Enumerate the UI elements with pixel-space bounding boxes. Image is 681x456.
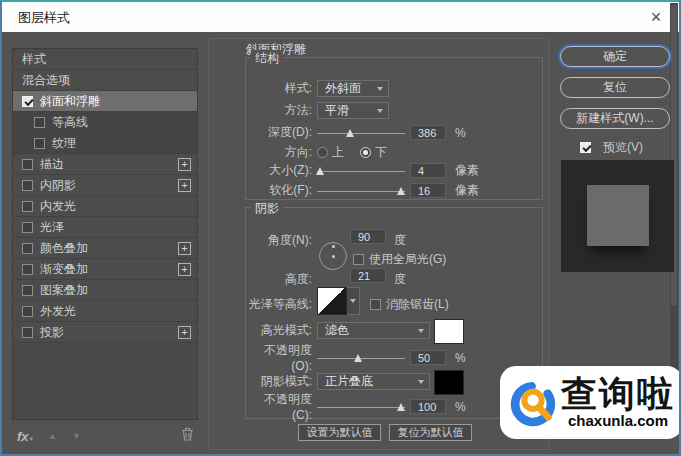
chevron-down-icon xyxy=(377,87,383,91)
direction-down-radio[interactable] xyxy=(360,147,371,158)
style-list-item[interactable]: 样式 xyxy=(13,49,197,70)
soften-input[interactable] xyxy=(410,183,446,198)
depth-unit: % xyxy=(455,126,466,140)
shadow-mode-row: 阴影模式: 正片叠底 xyxy=(250,373,540,390)
direction-up-label: 上 xyxy=(332,144,344,161)
bevel-style-select[interactable]: 外斜面 xyxy=(317,80,389,97)
slider-thumb-icon[interactable] xyxy=(397,187,405,195)
chevron-down-icon xyxy=(350,299,356,303)
style-list-item[interactable]: 等高线 xyxy=(13,112,197,133)
global-light-row: 使用全局光(G) xyxy=(353,251,446,268)
item-checkbox[interactable] xyxy=(22,222,33,233)
depth-input[interactable] xyxy=(410,125,446,140)
gloss-contour-swatch[interactable] xyxy=(317,287,347,315)
shadow-mode-select[interactable]: 正片叠底 xyxy=(317,373,430,390)
depth-slider[interactable] xyxy=(317,126,405,140)
style-list-item[interactable]: 纹理 xyxy=(13,133,197,154)
plus-icon[interactable]: + xyxy=(178,326,191,339)
slider-thumb-icon[interactable] xyxy=(354,354,362,362)
shadow-opacity-input[interactable] xyxy=(410,399,446,414)
highlight-color-swatch[interactable] xyxy=(434,319,464,344)
item-label: 颜色叠加 xyxy=(40,240,88,257)
item-checkbox[interactable] xyxy=(22,264,33,275)
shadow-color-swatch[interactable] xyxy=(434,370,464,395)
altitude-unit: 度 xyxy=(394,271,406,288)
style-list-item[interactable]: 渐变叠加+ xyxy=(13,259,197,280)
close-icon[interactable]: × xyxy=(643,4,669,30)
style-list-item[interactable]: 斜面和浮雕 xyxy=(13,91,197,112)
size-input[interactable] xyxy=(410,163,446,178)
shadow-opacity-row: 不透明度(C): % xyxy=(250,398,540,415)
ok-button[interactable]: 确定 xyxy=(560,46,670,67)
item-checkbox[interactable] xyxy=(22,159,33,170)
highlight-mode-select[interactable]: 滤色 xyxy=(317,322,430,339)
plus-icon[interactable]: + xyxy=(178,158,191,171)
angle-unit: 度 xyxy=(394,232,406,249)
reset-button[interactable]: 复位 xyxy=(560,77,670,98)
slider-thumb-icon[interactable] xyxy=(346,129,354,137)
bevel-style-value: 外斜面 xyxy=(325,80,361,97)
shadow-opacity-slider[interactable] xyxy=(317,400,405,414)
global-light-label: 使用全局光(G) xyxy=(369,251,446,268)
preview-checkbox[interactable] xyxy=(580,142,591,153)
set-default-button[interactable]: 设置为默认值 xyxy=(298,424,381,441)
item-checkbox[interactable] xyxy=(34,138,45,149)
plus-icon[interactable]: + xyxy=(178,179,191,192)
style-list-item[interactable]: 光泽 xyxy=(13,217,197,238)
fx-menu-button[interactable]: fx xyxy=(17,429,29,444)
angle-dial[interactable] xyxy=(319,242,347,270)
item-checkbox[interactable] xyxy=(22,306,33,317)
chaxunla-logo-icon xyxy=(507,377,559,429)
move-up-icon[interactable]: ▲ xyxy=(48,431,57,441)
altitude-label: 高度: xyxy=(246,271,312,288)
highlight-opacity-slider[interactable] xyxy=(317,351,405,365)
watermark-domain: chaxunla.com xyxy=(568,413,668,429)
size-slider[interactable] xyxy=(317,164,405,178)
highlight-opacity-input[interactable] xyxy=(410,350,446,365)
method-label: 方法: xyxy=(250,102,312,119)
titlebar: 图层样式 × xyxy=(2,2,679,32)
reset-default-button[interactable]: 复位为默认值 xyxy=(389,424,472,441)
item-label: 投影 xyxy=(40,324,64,341)
depth-label: 深度(D): xyxy=(250,124,312,141)
soften-row: 软化(F): 像素 xyxy=(250,182,540,199)
item-checkbox[interactable] xyxy=(22,180,33,191)
direction-up-radio[interactable] xyxy=(317,147,328,158)
global-light-checkbox[interactable] xyxy=(353,254,364,265)
new-style-button[interactable]: 新建样式(W)... xyxy=(560,108,670,129)
item-checkbox[interactable] xyxy=(22,243,33,254)
item-checkbox[interactable] xyxy=(22,96,33,107)
style-label: 样式: xyxy=(250,80,312,97)
antialias-checkbox[interactable] xyxy=(370,299,381,310)
delete-effect-icon[interactable] xyxy=(181,427,194,445)
item-checkbox[interactable] xyxy=(22,285,33,296)
altitude-input[interactable] xyxy=(350,268,386,283)
item-label: 内阴影 xyxy=(40,177,76,194)
style-list-item[interactable]: 内阴影+ xyxy=(13,175,197,196)
item-checkbox[interactable] xyxy=(22,327,33,338)
style-list-item[interactable]: 内发光 xyxy=(13,196,197,217)
style-list-item[interactable]: 混合选项 xyxy=(13,70,197,91)
item-label: 斜面和浮雕 xyxy=(40,93,100,110)
style-list-item[interactable]: 图案叠加 xyxy=(13,280,197,301)
plus-icon[interactable]: + xyxy=(178,263,191,276)
item-checkbox[interactable] xyxy=(22,201,33,212)
item-checkbox[interactable] xyxy=(34,117,45,128)
technique-select[interactable]: 平滑 xyxy=(317,102,389,119)
angle-input[interactable] xyxy=(350,229,386,244)
depth-row: 深度(D): % xyxy=(250,124,540,141)
shading-group-label: 阴影 xyxy=(251,200,283,217)
slider-thumb-icon[interactable] xyxy=(316,167,324,175)
style-list-item[interactable]: 描边+ xyxy=(13,154,197,175)
contour-picker-button[interactable] xyxy=(347,287,360,315)
style-list-item[interactable]: 投影+ xyxy=(13,322,197,343)
preview-label: 预览(V) xyxy=(603,139,643,156)
plus-icon[interactable]: + xyxy=(178,242,191,255)
soften-slider[interactable] xyxy=(317,184,405,198)
item-label: 混合选项 xyxy=(22,72,70,89)
style-list-item[interactable]: 颜色叠加+ xyxy=(13,238,197,259)
style-list-item[interactable]: 外发光 xyxy=(13,301,197,322)
direction-row: 方向: 上 下 xyxy=(250,144,540,161)
move-down-icon[interactable]: ▼ xyxy=(72,431,81,441)
slider-thumb-icon[interactable] xyxy=(397,403,405,411)
